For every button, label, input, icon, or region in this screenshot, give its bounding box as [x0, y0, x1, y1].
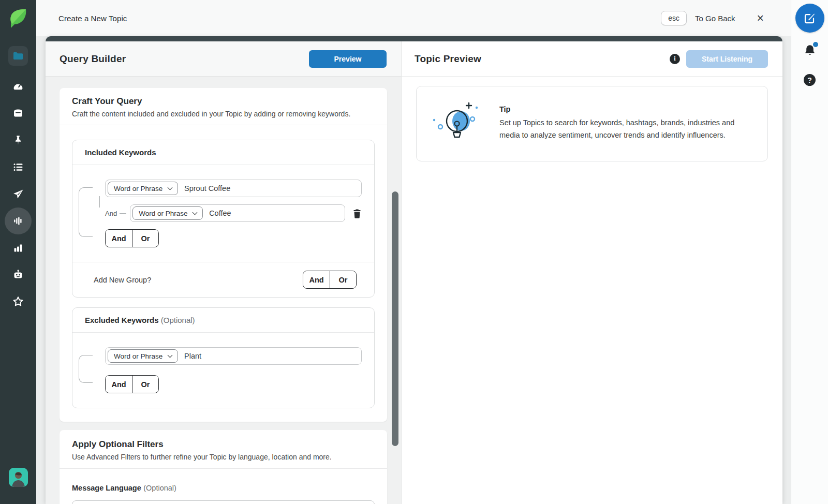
utility-rail: ?	[791, 0, 828, 504]
and-button[interactable]: And	[106, 230, 132, 247]
and-or-toggle: And Or	[105, 229, 159, 247]
message-language-label: Message Language	[72, 484, 141, 492]
optional-filters-subtitle: Use Advanced Filters to further refine y…	[72, 453, 375, 461]
chevron-down-icon	[168, 185, 173, 190]
sprout-leaf-icon	[8, 7, 28, 29]
keyword-row: And Word or Phrase Coffee	[105, 204, 362, 222]
group-operator-row: And Or	[105, 229, 362, 247]
create-topic-modal: Query Builder Preview Craft Your Query C…	[46, 36, 782, 504]
craft-query-title: Craft Your Query	[72, 96, 375, 107]
modal-top-bar: Create a New Topic esc To Go Back ×	[36, 0, 791, 36]
inbox-icon	[12, 107, 24, 120]
add-new-group-label: Add New Group?	[94, 276, 151, 284]
notification-dot-badge	[813, 42, 818, 47]
help-button[interactable]: ?	[804, 74, 816, 86]
excluded-keywords-header: Excluded Keywords (Optional)	[72, 308, 374, 333]
lightbulb-illustration	[429, 99, 487, 147]
keyword-value: Sprout Coffee	[184, 184, 230, 192]
excluded-keywords-card: Excluded Keywords (Optional) Word or Phr…	[72, 307, 375, 408]
keyword-type-label: Word or Phrase	[114, 185, 162, 192]
keyword-row: Word or Phrase Sprout Coffee	[105, 180, 362, 197]
group-operator-row: And Or	[105, 375, 362, 393]
or-button[interactable]: Or	[132, 376, 158, 393]
query-builder-title: Query Builder	[60, 53, 126, 65]
gauge-icon	[12, 80, 24, 93]
sidebar-nav	[5, 73, 32, 315]
pin-icon	[12, 135, 24, 146]
add-new-group-row: Add New Group? And Or	[72, 262, 374, 297]
page-title: Create a New Topic	[58, 14, 127, 23]
sidebar-item-tasks[interactable]	[5, 154, 32, 181]
craft-query-subtitle: Craft the content included and excluded …	[72, 110, 375, 118]
keyword-type-label: Word or Phrase	[139, 210, 187, 217]
tip-body: Set up Topics to search for keywords, ha…	[499, 117, 753, 141]
tip-title: Tip	[499, 105, 753, 113]
chevron-down-icon	[193, 210, 198, 215]
sidebar-item-publishing[interactable]	[5, 181, 32, 207]
keyword-input[interactable]: Word or Phrase Sprout Coffee	[105, 180, 362, 197]
and-or-toggle: And Or	[303, 271, 357, 289]
optional-filters-title: Apply Optional Filters	[72, 439, 375, 450]
list-icon	[12, 161, 24, 173]
sidebar-item-favorites[interactable]	[5, 288, 32, 315]
preview-button[interactable]: Preview	[309, 50, 387, 68]
query-builder-header: Query Builder Preview	[46, 41, 401, 77]
or-button[interactable]: Or	[132, 230, 158, 247]
keyword-type-dropdown[interactable]: Word or Phrase	[108, 349, 178, 363]
bar-chart-icon	[12, 242, 24, 254]
keyword-value: Plant	[184, 352, 201, 360]
query-builder-panel: Query Builder Preview Craft Your Query C…	[46, 41, 401, 504]
excluded-keywords-body: Word or Phrase Plant And	[72, 333, 374, 408]
query-builder-content: Craft Your Query Craft the content inclu…	[46, 77, 401, 504]
listening-waveform-icon	[12, 215, 24, 227]
user-avatar[interactable]	[9, 468, 28, 487]
sidebar-item-listening[interactable]	[5, 207, 32, 234]
and-or-toggle: And Or	[105, 375, 159, 393]
keyword-row: Word or Phrase Plant	[105, 347, 362, 365]
esc-key-badge: esc	[661, 11, 687, 25]
keyword-input[interactable]: Word or Phrase Coffee	[130, 204, 345, 222]
topic-preview-panel: Topic Preview i Start Listening	[401, 41, 782, 504]
info-icon[interactable]: i	[670, 54, 680, 64]
paper-plane-icon	[12, 188, 24, 200]
sidebar-item-reports[interactable]	[5, 234, 32, 261]
keyword-input[interactable]: Word or Phrase Plant	[105, 347, 362, 365]
topic-preview-content: Tip Set up Topics to search for keywords…	[402, 77, 782, 171]
and-button[interactable]: And	[303, 271, 330, 288]
sprout-logo	[7, 6, 29, 31]
keyword-value: Coffee	[209, 209, 231, 217]
optional-filters-card: Apply Optional Filters Use Advanced Filt…	[60, 430, 387, 504]
robot-icon	[12, 269, 24, 281]
notifications-button[interactable]	[803, 43, 817, 60]
craft-query-card: Craft Your Query Craft the content inclu…	[60, 88, 387, 422]
and-button[interactable]: And	[106, 376, 132, 393]
included-keywords-body: Word or Phrase Sprout Coffee And	[72, 165, 374, 262]
start-listening-button[interactable]: Start Listening	[686, 50, 768, 68]
sidebar-item-automation[interactable]	[5, 261, 32, 288]
topic-preview-title: Topic Preview	[415, 53, 481, 65]
compose-button[interactable]	[795, 4, 824, 33]
included-keywords-title: Included Keywords	[72, 140, 374, 165]
tip-card: Tip Set up Topics to search for keywords…	[416, 86, 768, 161]
sidebar-item-dashboard[interactable]	[5, 73, 32, 100]
scrollbar-thumb[interactable]	[392, 191, 398, 446]
esc-hint-label: To Go Back	[695, 14, 735, 23]
sidebar-item-pinned[interactable]	[5, 127, 32, 154]
group-bracket-connector	[79, 355, 93, 383]
close-icon[interactable]: ×	[757, 12, 764, 24]
message-language-input[interactable]	[72, 500, 375, 504]
message-language-label-row: Message Language (Optional)	[72, 483, 375, 493]
keyword-type-label: Word or Phrase	[114, 352, 162, 360]
sidebar-item-folders[interactable]	[8, 46, 28, 66]
keyword-type-dropdown[interactable]: Word or Phrase	[108, 182, 178, 195]
sidebar-item-smart-inbox[interactable]	[5, 100, 32, 127]
app-sidebar	[0, 0, 36, 504]
connector-label: And	[105, 210, 117, 217]
or-button[interactable]: Or	[330, 271, 356, 288]
connector-dash	[120, 213, 126, 214]
delete-keyword-button[interactable]	[352, 209, 362, 218]
keyword-type-dropdown[interactable]: Word or Phrase	[132, 206, 203, 220]
trash-icon	[352, 209, 362, 218]
question-mark-icon: ?	[807, 76, 812, 84]
topic-preview-header: Topic Preview i Start Listening	[402, 41, 782, 77]
